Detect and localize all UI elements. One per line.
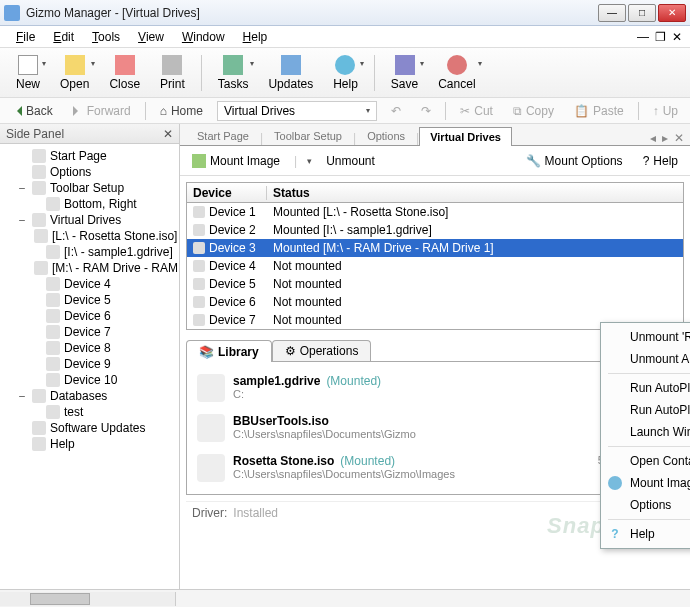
tree-node[interactable]: −Virtual Drives: [2, 212, 177, 228]
tab-close-icon[interactable]: ✕: [674, 131, 684, 145]
updates-button[interactable]: Updates: [260, 53, 321, 93]
back-button[interactable]: Back: [6, 102, 59, 120]
mdi-restore-icon[interactable]: ❐: [655, 30, 666, 44]
ctx-mount-image[interactable]: Mount Image: [604, 472, 690, 494]
image-file-icon: [197, 454, 225, 482]
menu-view[interactable]: View: [130, 28, 172, 46]
table-row[interactable]: Device 5Not mounted: [187, 275, 683, 293]
tab-library[interactable]: 📚Library: [186, 340, 272, 362]
tree-node[interactable]: −Databases: [2, 388, 177, 404]
tab-prev-icon[interactable]: ◂: [650, 131, 656, 145]
help-icon: [335, 55, 355, 75]
tree-node[interactable]: [M:\ - RAM Drive - RAM D: [2, 260, 177, 276]
tab-virtual-drives[interactable]: Virtual Drives: [419, 127, 512, 146]
table-row[interactable]: Device 3Mounted [M:\ - RAM Drive - RAM D…: [187, 239, 683, 257]
tree-node[interactable]: Software Updates: [2, 420, 177, 436]
tree-node[interactable]: Device 10: [2, 372, 177, 388]
home-button[interactable]: ⌂Home: [154, 102, 209, 120]
mdi-minimize-icon[interactable]: —: [637, 30, 649, 44]
help-button[interactable]: Help▾: [325, 53, 366, 93]
tree-node[interactable]: Help: [2, 436, 177, 452]
tree-twisty-icon[interactable]: −: [16, 214, 28, 227]
library-item-name: sample1.gdrive: [233, 374, 320, 388]
tree-label: [L:\ - Rosetta Stone.iso]: [52, 229, 177, 243]
tree-node[interactable]: Device 7: [2, 324, 177, 340]
tree-node[interactable]: Bottom, Right: [2, 196, 177, 212]
menu-tools[interactable]: Tools: [84, 28, 128, 46]
cancel-button[interactable]: Cancel▾: [430, 53, 483, 93]
tree-node[interactable]: Device 8: [2, 340, 177, 356]
breadcrumb[interactable]: Virtual Drives▾: [217, 101, 377, 121]
tree-label: [M:\ - RAM Drive - RAM D: [52, 261, 179, 275]
col-status[interactable]: Status: [267, 186, 683, 200]
ctx-autoplay-or-explorer[interactable]: Run AutoPlay, or launch Windows Explorer: [604, 377, 690, 399]
chevron-down-icon[interactable]: ▾: [366, 106, 370, 115]
ctx-unmount[interactable]: Unmount 'RAM Drive - RAM Drive 1': [604, 326, 690, 348]
side-panel-header: Side Panel ✕: [0, 124, 179, 144]
table-row[interactable]: Device 2Mounted [I:\ - sample1.gdrive]: [187, 221, 683, 239]
drive-icon: [193, 296, 205, 308]
undo-button[interactable]: ↶: [385, 102, 407, 120]
tab-operations[interactable]: ⚙Operations: [272, 340, 372, 361]
tree-item-icon: [32, 389, 46, 403]
tab-next-icon[interactable]: ▸: [662, 131, 668, 145]
tree-node[interactable]: test: [2, 404, 177, 420]
paste-button[interactable]: 📋Paste: [568, 102, 630, 120]
device-cell: Device 6: [209, 295, 256, 309]
mdi-close-icon[interactable]: ✕: [672, 30, 682, 44]
side-panel-scrollbar[interactable]: [0, 592, 176, 606]
print-button[interactable]: Print: [152, 53, 193, 93]
tree-node[interactable]: Start Page: [2, 148, 177, 164]
up-button[interactable]: ↑Up: [647, 102, 684, 120]
col-device[interactable]: Device: [187, 186, 267, 200]
ctx-explorer[interactable]: Launch Windows Explorer: [604, 421, 690, 443]
table-row[interactable]: Device 1Mounted [L:\ - Rosetta Stone.iso…: [187, 203, 683, 221]
tree-node[interactable]: Device 4: [2, 276, 177, 292]
scrollbar-thumb[interactable]: [30, 593, 90, 605]
open-button[interactable]: Open▾: [52, 53, 97, 93]
ctx-help[interactable]: ?Help: [604, 523, 690, 545]
unmount-button[interactable]: Unmount: [322, 152, 379, 170]
status-cell: Not mounted: [267, 259, 683, 273]
close-doc-button[interactable]: Close: [101, 53, 148, 93]
tree-node[interactable]: Device 6: [2, 308, 177, 324]
save-button[interactable]: Save▾: [383, 53, 426, 93]
menu-file[interactable]: File: [8, 28, 43, 46]
ctx-options[interactable]: Options: [604, 494, 690, 516]
tree-twisty-icon[interactable]: −: [16, 182, 28, 195]
tree-node[interactable]: [I:\ - sample1.gdrive]: [2, 244, 177, 260]
tree-item-icon: [32, 165, 46, 179]
tab-start-page[interactable]: Start Page: [186, 126, 260, 145]
tree-node[interactable]: −Toolbar Setup: [2, 180, 177, 196]
table-row[interactable]: Device 6Not mounted: [187, 293, 683, 311]
maximize-button[interactable]: □: [628, 4, 656, 22]
table-row[interactable]: Device 4Not mounted: [187, 257, 683, 275]
copy-button[interactable]: ⧉Copy: [507, 102, 560, 120]
minimize-button[interactable]: —: [598, 4, 626, 22]
cut-button[interactable]: ✂Cut: [454, 102, 499, 120]
new-button[interactable]: New▾: [8, 53, 48, 93]
tab-toolbar-setup[interactable]: Toolbar Setup: [263, 126, 353, 145]
tree-node[interactable]: [L:\ - Rosetta Stone.iso]: [2, 228, 177, 244]
ctx-autoplay[interactable]: Run AutoPlay: [604, 399, 690, 421]
navbar: Back Forward ⌂Home Virtual Drives▾ ↶ ↷ ✂…: [0, 98, 690, 124]
tree-node[interactable]: Options: [2, 164, 177, 180]
mount-options-button[interactable]: 🔧Mount Options: [522, 152, 627, 170]
redo-button[interactable]: ↷: [415, 102, 437, 120]
tasks-button[interactable]: Tasks▾: [210, 53, 257, 93]
forward-button[interactable]: Forward: [67, 102, 137, 120]
mount-image-button[interactable]: Mount Image: [188, 152, 284, 170]
menu-help[interactable]: Help: [235, 28, 276, 46]
ctx-containing-folder[interactable]: Open Containing Folder: [604, 450, 690, 472]
tree-node[interactable]: Device 9: [2, 356, 177, 372]
tab-options[interactable]: Options: [356, 126, 416, 145]
menu-window[interactable]: Window: [174, 28, 233, 46]
tree-node[interactable]: Device 5: [2, 292, 177, 308]
tree-twisty-icon[interactable]: −: [16, 390, 28, 403]
close-button[interactable]: ✕: [658, 4, 686, 22]
mount-dropdown-icon[interactable]: ▾: [307, 156, 312, 166]
side-panel-close-icon[interactable]: ✕: [163, 127, 173, 141]
ctx-unmount-all[interactable]: Unmount All: [604, 348, 690, 370]
help-link[interactable]: ?Help: [639, 152, 682, 170]
menu-edit[interactable]: Edit: [45, 28, 82, 46]
